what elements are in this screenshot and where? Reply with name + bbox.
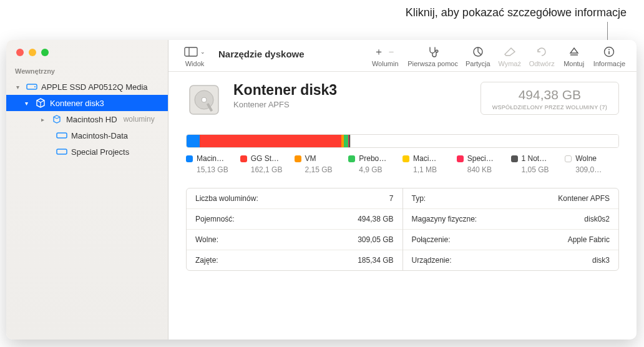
info-value: 309,05 GB [358,235,393,244]
info-row: Zajęte:185,34 GB [187,250,402,270]
info-key: Wolne: [195,235,218,244]
sidebar-item-label: Macintosh HD [66,115,117,124]
svg-point-14 [202,97,207,102]
legend-item: VM2,15 GB [295,154,349,174]
usage-segment [350,135,618,147]
chevron-down-icon[interactable]: ▾ [16,84,22,90]
size-box: 494,38 GB WSPÓŁDZIELONY PRZEZ WOLUMINY (… [481,82,619,115]
sidebar-item-container[interactable]: ▾ Kontener disk3 [6,95,168,111]
legend-size: 4,9 GB [359,165,398,174]
info-col-right: Typ:Kontener APFSMagazyny fizyczne:disk0… [403,188,619,270]
legend-size: 15,13 GB [197,165,235,174]
svg-point-1 [34,86,36,87]
eject-icon [569,45,579,59]
toolbar-label: Wymaż [498,60,521,67]
disk-title-block: Kontener disk3 Kontener APFS [233,82,337,109]
toolbar: ⌄ Widok Narzędzie dyskowe ＋－ Wolumin Pie… [168,40,637,72]
info-row: Liczba woluminów:7 [187,188,402,208]
legend-swatch [457,155,464,162]
legend-name: Wolne [575,154,597,163]
toolbar-mount[interactable]: Montuj [559,45,590,67]
sidebar-item-volume-data[interactable]: Macintosh-Data [6,127,168,144]
disk-title: Kontener disk3 [233,82,337,99]
toolbar-label: Odtwórz [529,60,555,67]
legend-item: Macin…15,13 GB [186,154,240,174]
legend-swatch [186,155,193,162]
size-shared-label: WSPÓŁDZIELONY PRZEZ WOLUMINY (7) [492,104,607,110]
chevron-right-icon[interactable]: ▸ [41,116,47,123]
usage-legend: Macin…15,13 GBGG St…162,1 GBVM2,15 GBPre… [186,154,619,174]
legend-swatch [511,155,518,162]
toolbar-label: Pierwsza pomoc [407,60,458,67]
legend-swatch [402,155,409,162]
info-row: Urządzenie:disk3 [403,250,619,270]
sidebar-item-label: Special Projects [71,147,129,157]
disk-header: Kontener disk3 Kontener APFS 494,38 GB W… [186,82,619,118]
callout-text: Kliknij, aby pokazać szczegółowe informa… [406,6,627,19]
main-pane: ⌄ Widok Narzędzie dyskowe ＋－ Wolumin Pie… [168,40,637,340]
usage-segment [344,135,348,147]
usage-segment [200,135,341,147]
legend-name: 1 Not… [522,154,547,163]
legend-swatch [348,155,355,162]
info-key: Pojemność: [195,215,235,223]
usage-segment [187,135,200,147]
legend-name: VM [305,154,316,163]
toolbar-erase: Wymaż [494,45,525,67]
toolbar-restore: Odtwórz [525,45,559,67]
legend-size: 840 KB [467,165,506,174]
size-value: 494,38 GB [492,87,607,102]
close-button[interactable] [16,49,24,56]
info-value: disk3 [592,256,610,265]
fullscreen-button[interactable] [41,49,49,56]
legend-name: Maci… [413,154,436,163]
minimize-button[interactable] [29,49,36,56]
svg-rect-3 [57,149,67,154]
legend-name: Speci… [467,154,494,163]
info-value: Apple Fabric [568,235,610,244]
info-value: 494,38 GB [358,215,393,223]
toolbar-label: Informacje [593,60,625,67]
toolbar-label: Partycja [466,60,490,67]
info-key: Urządzenie: [412,256,452,265]
volume-icon [56,147,67,157]
legend-item: GG St…162,1 GB [240,154,295,174]
sidebar-item-label: APPLE SSD AP0512Q Media [41,82,148,92]
info-value: disk0s2 [584,215,610,223]
legend-item: Wolne309,0… [565,154,619,174]
legend-swatch [295,155,301,162]
info-key: Magazyny fizyczne: [412,215,477,223]
restore-icon [536,45,547,59]
info-value: 185,34 GB [358,256,393,265]
toolbar-firstaid[interactable]: Pierwsza pomoc [404,45,462,67]
svg-point-6 [436,50,438,52]
container-icon [35,98,46,108]
sidebar-section-label: Wewnętrzny [6,65,168,79]
toolbar-view[interactable]: ⌄ Widok [176,45,213,67]
legend-size: 162,1 GB [251,165,290,174]
legend-size: 1,1 MB [413,165,452,174]
sidebar-item-volume-group[interactable]: ▸ Macintosh HD woluminy [6,111,168,127]
sidebar-item-physical-disk[interactable]: ▾ APPLE SSD AP0512Q Media [6,79,168,95]
chevron-down-icon[interactable]: ▾ [25,100,31,107]
legend-name: Prebo… [359,154,386,163]
disk-image-icon [186,82,222,118]
toolbar-volume[interactable]: ＋－ Wolumin [366,45,404,67]
svg-rect-4 [185,47,197,56]
disk-subtitle: Kontener APFS [233,100,337,109]
info-grid: Liczba woluminów:7Pojemność:494,38 GBWol… [186,188,619,271]
info-icon [603,45,615,59]
info-value: Kontener APFS [558,194,610,203]
legend-name: Macin… [197,154,224,163]
chevron-down-icon: ⌄ [200,49,205,55]
sidebar-item-suffix: woluminy [124,115,155,124]
sidebar-item-volume-special[interactable]: Special Projects [6,144,168,160]
app-title: Narzędzie dyskowe [213,45,315,59]
usage-bar [186,134,619,148]
toolbar-label: Widok [185,60,205,67]
toolbar-partition[interactable]: Partycja [462,45,494,67]
toolbar-info[interactable]: Informacje [590,45,629,67]
info-row: Połączenie:Apple Fabric [403,229,619,250]
sidebar-item-label: Kontener disk3 [50,99,104,108]
info-key: Połączenie: [412,235,451,244]
